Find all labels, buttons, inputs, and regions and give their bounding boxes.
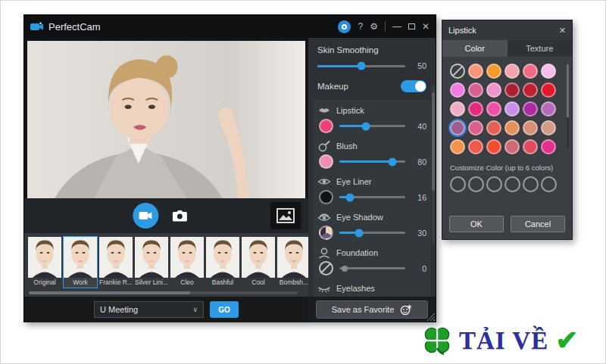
color-swatch-3[interactable] — [504, 64, 520, 79]
custom-color-slot-6[interactable] — [541, 176, 557, 192]
video-mode-button[interactable] — [133, 203, 158, 229]
preset-bombsh[interactable]: Bombsh... — [276, 236, 311, 288]
makeup-toggle[interactable] — [401, 80, 426, 92]
blush-color-swatch[interactable] — [319, 154, 333, 169]
cancel-button[interactable]: Cancel — [511, 216, 565, 232]
eye-liner-color-swatch[interactable] — [319, 190, 333, 204]
favorite-face-star-icon — [400, 304, 412, 316]
color-swatch-5[interactable] — [541, 64, 556, 79]
custom-color-slot-3[interactable] — [486, 176, 502, 192]
settings-gear-icon[interactable]: ⚙ — [370, 21, 378, 32]
dialog-titlebar[interactable]: Lipstick ✕ — [442, 20, 572, 40]
app-logo: PerfectCam — [30, 21, 101, 33]
color-swatch-9[interactable] — [504, 82, 520, 98]
photo-mode-button[interactable] — [172, 210, 187, 222]
help-button[interactable]: ? — [358, 21, 363, 32]
tab-color[interactable]: Color — [442, 40, 508, 57]
slider-thumb[interactable] — [342, 266, 348, 272]
eye-liner-slider[interactable] — [339, 196, 405, 198]
color-swatch-10[interactable] — [523, 82, 538, 98]
save-as-favorite-button[interactable]: Save as Favorite — [316, 300, 428, 319]
preset-original[interactable]: Original — [27, 236, 62, 288]
swatch-grid-area — [442, 57, 572, 157]
minimize-button[interactable]: — — [392, 21, 401, 32]
tab-texture[interactable]: Texture — [508, 40, 573, 57]
eye-shadow-slider[interactable] — [339, 232, 405, 234]
titlebar[interactable]: PerfectCam ? ⚙ — ✕ — [24, 15, 436, 38]
toggle-knob — [415, 81, 426, 92]
lipstick-color-swatch[interactable] — [319, 119, 333, 133]
color-swatch-13[interactable] — [468, 101, 483, 117]
color-swatch-21[interactable] — [504, 120, 520, 135]
preset-silver-lini[interactable]: Silver Lini... — [134, 236, 169, 288]
color-swatch-22[interactable] — [523, 120, 538, 135]
dialog-close-button[interactable]: ✕ — [559, 26, 566, 36]
makeup-item-eye-shadow: Eye Shadow30 — [317, 210, 426, 242]
slider-thumb[interactable] — [388, 157, 396, 166]
account-badge-icon[interactable] — [338, 20, 351, 33]
preset-face-image — [135, 237, 168, 278]
swatch-scrollbar[interactable] — [567, 64, 569, 149]
ok-button[interactable]: OK — [449, 216, 504, 232]
color-swatch-2[interactable] — [486, 64, 501, 79]
color-swatch-7[interactable] — [468, 82, 483, 98]
download-text[interactable]: TẢI VỀ — [459, 327, 548, 355]
slider-thumb[interactable] — [355, 229, 364, 237]
color-swatch-1[interactable] — [468, 64, 483, 79]
preset-bashful[interactable]: Bashful — [205, 236, 240, 288]
color-swatch-25[interactable] — [468, 139, 483, 154]
gallery-thumbnail-button[interactable] — [270, 202, 301, 229]
save-favorite-bar: Save as Favorite — [308, 297, 436, 322]
preset-work[interactable]: Work — [63, 236, 98, 288]
custom-color-slot-4[interactable] — [504, 176, 520, 192]
lipstick-dialog: Lipstick ✕ Color Texture Customize Color… — [442, 20, 573, 240]
color-swatch-23[interactable] — [541, 120, 556, 135]
app-select-value: U Meeting — [100, 305, 138, 314]
color-swatch-24[interactable] — [450, 139, 465, 154]
blush-value: 80 — [411, 157, 426, 166]
perfectcam-window: PerfectCam ? ⚙ — ✕ — [23, 14, 436, 322]
eye-shadow-color-swatch[interactable] — [319, 226, 333, 240]
custom-color-slot-1[interactable] — [450, 176, 466, 192]
color-swatch-27[interactable] — [504, 139, 520, 154]
color-swatch-4[interactable] — [523, 64, 538, 79]
panel-vertical-scrollbar[interactable] — [432, 85, 435, 244]
color-swatch-29[interactable] — [541, 139, 556, 154]
blush-slider[interactable] — [339, 160, 405, 163]
color-swatch-15[interactable] — [504, 101, 520, 117]
slider-thumb[interactable] — [345, 193, 354, 201]
color-swatch-8[interactable] — [486, 82, 501, 98]
foundation-color-swatch[interactable] — [319, 261, 333, 275]
preset-cool[interactable]: Cool — [241, 236, 276, 288]
color-swatch-11[interactable] — [541, 82, 556, 98]
slider-thumb[interactable] — [358, 62, 366, 70]
close-button[interactable]: ✕ — [422, 21, 430, 32]
color-swatch-26[interactable] — [486, 139, 501, 154]
preset-frankie-r[interactable]: Frankie R... — [98, 236, 133, 288]
color-swatch-19[interactable] — [468, 120, 483, 135]
foundation-slider[interactable] — [339, 267, 405, 269]
go-button[interactable]: GO — [210, 301, 239, 318]
color-swatch-6[interactable] — [450, 82, 465, 98]
maximize-button[interactable] — [408, 21, 415, 32]
lipstick-slider[interactable] — [339, 125, 405, 127]
color-swatch-17[interactable] — [541, 101, 556, 117]
swatch-none[interactable] — [450, 64, 465, 79]
color-swatch-16[interactable] — [523, 101, 538, 117]
color-swatch-18[interactable] — [450, 120, 465, 135]
color-swatch-28[interactable] — [523, 139, 538, 154]
preset-label: Silver Lini... — [135, 278, 168, 288]
preset-face-image — [99, 237, 133, 278]
preset-label: Cleo — [170, 278, 204, 288]
app-select[interactable]: U Meeting ∨ — [94, 301, 204, 318]
custom-color-slot-5[interactable] — [523, 176, 539, 192]
slider-thumb[interactable] — [361, 122, 370, 130]
color-swatch-14[interactable] — [486, 101, 501, 117]
custom-color-slot-2[interactable] — [468, 176, 484, 192]
skin-smoothing-slider[interactable] — [317, 65, 405, 67]
eyeshadow-icon — [317, 211, 331, 223]
preset-horizontal-scrollbar[interactable] — [29, 291, 298, 294]
color-swatch-12[interactable] — [450, 101, 465, 117]
preset-cleo[interactable]: Cleo — [170, 236, 205, 288]
color-swatch-20[interactable] — [486, 120, 501, 135]
